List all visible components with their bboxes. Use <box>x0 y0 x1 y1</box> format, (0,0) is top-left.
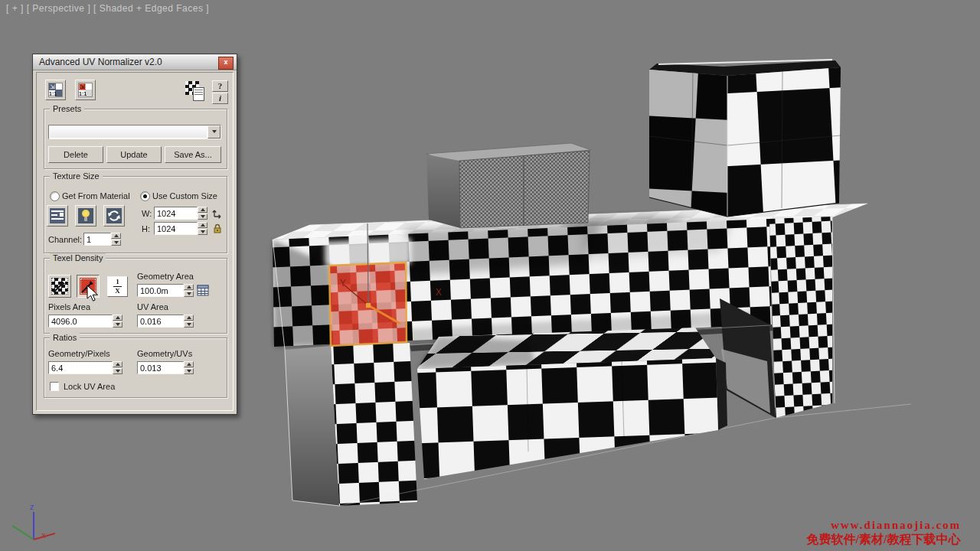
uv-area-label: UV Area <box>137 302 168 311</box>
help-button[interactable]: ? <box>212 80 228 92</box>
info-button[interactable]: i <box>212 93 228 104</box>
geometry-area-spinner[interactable] <box>184 284 194 297</box>
uv-area-input[interactable] <box>137 315 184 328</box>
update-button[interactable]: Update <box>106 146 162 163</box>
bench-mesh[interactable] <box>417 328 727 479</box>
document-icon <box>193 87 204 101</box>
use-custom-size-radio[interactable] <box>140 191 150 201</box>
presets-combo-value <box>50 126 207 138</box>
checker-sample-icon <box>51 278 68 295</box>
h-input[interactable] <box>154 222 198 235</box>
lock-uv-area-label[interactable]: Lock UV Area <box>64 382 115 391</box>
info-icon: i <box>219 93 221 103</box>
sample-red-button[interactable] <box>77 275 100 298</box>
axis-y-line <box>12 526 34 540</box>
chevron-down-icon <box>212 130 217 133</box>
combo-dropdown-button[interactable] <box>207 126 220 139</box>
invert-value-button[interactable]: 1 X <box>107 276 128 297</box>
ratios-group-label: Ratios <box>50 333 80 342</box>
watermark-line1: www.diannaojia.com <box>831 519 961 531</box>
aspect-axes-icon[interactable] <box>211 207 223 219</box>
show-map-button[interactable] <box>75 205 96 227</box>
geometry-uvs-spinner[interactable] <box>184 361 194 374</box>
cube-left-shade <box>649 70 727 217</box>
cube-mesh[interactable] <box>649 60 841 217</box>
left-leg-side-face <box>285 346 339 506</box>
pixels-area-spinner[interactable] <box>113 315 122 328</box>
geometry-pixels-spinner[interactable] <box>113 361 122 374</box>
save-as-button[interactable]: Save As... <box>165 146 221 163</box>
geometry-area-label: Geometry Area <box>137 272 194 281</box>
bench-front-face <box>417 358 718 479</box>
uv-area-spinner[interactable] <box>184 315 194 328</box>
channel-input[interactable] <box>83 233 111 246</box>
material-settings-button[interactable] <box>47 205 68 227</box>
ratio-label: 1:1 <box>79 91 87 96</box>
geometry-pixels-label: Geometry/Pixels <box>48 349 110 358</box>
geometry-uvs-label: Geometry/UVs <box>137 349 192 358</box>
ratio-label: 1:1 <box>49 91 57 96</box>
channel-label: Channel: <box>48 235 82 244</box>
use-custom-size-label[interactable]: Use Custom Size <box>152 191 217 201</box>
uv-normalizer-dialog: Advanced UV Normalizer v2.0 x ⇲ 1:1 ⇲ 1:… <box>32 54 237 415</box>
fraction-denominator: X <box>108 288 127 295</box>
lock-uv-area-checkbox[interactable] <box>50 382 59 391</box>
axis-z-label: z <box>30 502 34 511</box>
axis-x-label: x <box>41 530 46 540</box>
watermark: www.diannaojia.com 免费软件/素材/教程下载中心 <box>806 519 962 546</box>
presets-group-label: Presets <box>50 104 84 113</box>
w-label: W: <box>142 209 152 218</box>
pixels-area-label: Pixels Area <box>48 302 90 311</box>
uv-gizmo-y-label: Y <box>340 278 346 289</box>
get-from-material-radio[interactable] <box>50 191 60 201</box>
presets-combobox[interactable] <box>48 125 221 139</box>
close-button[interactable]: x <box>218 57 234 70</box>
cube-right-face <box>727 67 841 217</box>
viewport-label[interactable]: [ + ] [ Perspective ] [ Shaded + Edged F… <box>6 3 209 14</box>
w-spinner[interactable] <box>198 207 207 220</box>
texture-size-group-label: Texture Size <box>50 171 103 181</box>
w-input[interactable] <box>154 207 198 220</box>
lock-icon[interactable] <box>212 223 223 234</box>
texel-density-group-label: Texel Density <box>50 253 106 262</box>
pixels-area-input[interactable] <box>48 315 113 328</box>
uv-gizmo-x-label: X <box>436 287 442 298</box>
h-label: H: <box>142 224 150 233</box>
calculator-icon[interactable] <box>197 285 209 296</box>
dialog-titlebar[interactable]: Advanced UV Normalizer v2.0 x <box>33 54 237 70</box>
normalize-all-button[interactable]: ⇲ 1:1 <box>45 80 66 100</box>
question-icon: ? <box>218 81 223 90</box>
normalize-selected-button[interactable]: ⇲ 1:1 <box>75 80 96 100</box>
bulb-icon <box>78 208 93 223</box>
dialog-title: Advanced UV Normalizer v2.0 <box>39 57 162 67</box>
graybox-mesh[interactable] <box>426 143 591 228</box>
geometry-uvs-input[interactable] <box>137 361 184 374</box>
geometry-pixels-input[interactable] <box>48 361 113 374</box>
graybox-side-face <box>426 155 460 228</box>
get-from-material-label[interactable]: Get From Material <box>62 191 130 201</box>
watermark-line2: 免费软件/素材/教程下载中心 <box>806 533 962 546</box>
right-leg-front-face <box>769 217 832 418</box>
sample-checker-button[interactable] <box>48 275 71 298</box>
red-sample-icon <box>80 278 96 295</box>
channel-spinner[interactable] <box>111 233 121 246</box>
uv-gizmo-origin <box>366 303 371 308</box>
h-spinner[interactable] <box>198 222 207 235</box>
fraction-numerator: 1 <box>108 279 127 285</box>
graybox-front-face <box>459 151 590 228</box>
screenshot-root: { "viewport": { "label": "[ + ] [ Perspe… <box>0 0 980 551</box>
refresh-button[interactable] <box>103 205 125 227</box>
refresh-icon <box>106 208 122 223</box>
form-icon <box>50 208 65 223</box>
checker-material-button[interactable] <box>185 80 205 101</box>
geometry-area-input[interactable] <box>137 284 184 297</box>
axis-tripod: z x <box>12 502 55 540</box>
left-leg-front-face <box>331 343 417 506</box>
delete-button[interactable]: Delete <box>48 146 103 163</box>
